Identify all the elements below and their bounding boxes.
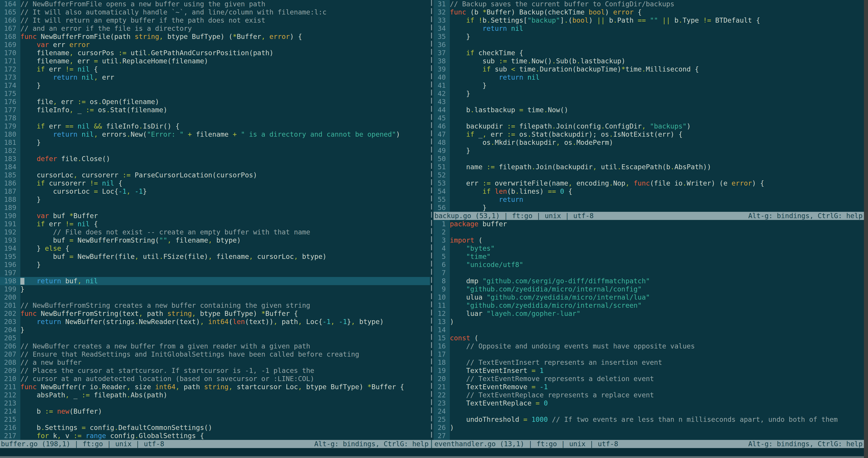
code-line[interactable]: 54 if len(b.lines) == 0 { (434, 188, 864, 196)
code-line[interactable]: 4 "bytes" (434, 245, 864, 253)
code-line[interactable]: 213 (0, 399, 430, 407)
code-text[interactable] (450, 432, 864, 440)
code-text[interactable]: // File does not exist -- create an empt… (20, 228, 430, 236)
code-text[interactable]: TextEventInsert = 1 (450, 367, 864, 375)
code-line[interactable]: 187 cursorLoc = Loc{-1, -1} (0, 188, 430, 196)
code-text[interactable]: absPath, _ := filepath.Abs(path) (20, 391, 430, 399)
code-text[interactable] (450, 41, 864, 49)
code-text[interactable]: // a new buffer (20, 359, 430, 367)
code-text[interactable]: return nil, err (20, 73, 430, 82)
code-text[interactable]: // Ensure that ReadSettings and InitGlob… (20, 350, 430, 359)
code-text[interactable]: ) (450, 318, 864, 326)
code-text[interactable]: "github.com/zyedidia/micro/internal/conf… (450, 285, 864, 293)
code-text[interactable] (20, 334, 430, 342)
code-line[interactable]: 174 } (0, 82, 430, 90)
code-text[interactable] (20, 269, 430, 277)
code-text[interactable]: // It will return an empty buffer if the… (20, 16, 430, 24)
code-line[interactable]: 202func NewBufferFromString(text, path s… (0, 310, 430, 318)
code-line[interactable]: 165// It will also automatically handle … (0, 8, 430, 16)
editor-pane-buffer-go[interactable]: 164// NewBufferFromFile opens a new buff… (0, 0, 430, 440)
code-text[interactable] (450, 228, 864, 236)
code-text[interactable]: // Places the cursor at startcursor. If … (20, 367, 430, 375)
code-line[interactable]: 55 return (434, 196, 864, 204)
code-line[interactable]: 217 for k, v := range config.GlobalSetti… (0, 432, 430, 440)
code-text[interactable]: } (450, 90, 864, 98)
code-text[interactable]: defer file.Close() (20, 155, 430, 163)
code-line[interactable]: 19 TextEventInsert = 1 (434, 367, 864, 375)
code-line[interactable]: 32func (b *Buffer) Backup(checkTime bool… (434, 8, 864, 16)
code-text[interactable]: dmp "github.com/sergi/go-diff/diffmatchp… (450, 277, 864, 285)
code-line[interactable]: 44 b.lastbackup = time.Now() (434, 106, 864, 114)
code-line[interactable]: 27 (434, 432, 864, 440)
code-line[interactable]: 20 // TextEventRemove represents a delet… (434, 375, 864, 383)
code-line[interactable]: 17 (434, 350, 864, 359)
code-line[interactable]: 173 return nil, err (0, 73, 430, 82)
code-text[interactable]: } (20, 326, 430, 334)
code-line[interactable]: 31// Backup saves the current buffer to … (434, 0, 864, 8)
code-text[interactable]: // and an error if the file is a directo… (20, 24, 430, 33)
code-text[interactable]: if err != nil { (20, 220, 430, 228)
code-text[interactable]: } (450, 147, 864, 155)
code-text[interactable]: fileInfo, _ := os.Stat(filename) (20, 106, 430, 114)
code-text[interactable]: return NewBuffer(strings.NewReader(text)… (20, 318, 430, 326)
code-line[interactable]: 209// Places the cursor at startcursor. … (0, 367, 430, 375)
code-line[interactable]: 34 return nil (434, 24, 864, 33)
code-text[interactable] (20, 114, 430, 122)
code-text[interactable]: // NewBuffer creates a new buffer from a… (20, 342, 430, 350)
code-text[interactable] (450, 407, 864, 416)
code-text[interactable]: } (20, 285, 430, 293)
code-text[interactable]: luar "layeh.com/gopher-luar" (450, 310, 864, 318)
code-line[interactable]: 186 if cursorerr != nil { (0, 179, 430, 188)
code-text[interactable] (450, 171, 864, 179)
code-text[interactable]: var err error (20, 41, 430, 49)
code-line[interactable]: 192 // File does not exist -- create an … (0, 228, 430, 236)
code-text[interactable]: } (20, 261, 430, 269)
code-line[interactable]: 184 (0, 163, 430, 171)
code-text[interactable] (450, 155, 864, 163)
code-line[interactable]: 179 if err == nil && fileInfo.IsDir() { (0, 122, 430, 130)
code-line[interactable]: 42 } (434, 90, 864, 98)
code-text[interactable] (450, 350, 864, 359)
code-text[interactable]: TextEventReplace = 0 (450, 399, 864, 407)
code-line[interactable]: 22 // TextEventReplace represents a repl… (434, 391, 864, 399)
code-line[interactable]: 204} (0, 326, 430, 334)
code-text[interactable]: return nil, errors.New("Error: " + filen… (20, 130, 430, 139)
code-text[interactable]: for k, v := range config.GlobalSettings … (20, 432, 430, 440)
code-text[interactable]: const ( (450, 334, 864, 342)
code-line[interactable]: 21 TextEventRemove = -1 (434, 383, 864, 391)
code-line[interactable]: 181 } (0, 139, 430, 147)
code-line[interactable]: 212 absPath, _ := filepath.Abs(path) (0, 391, 430, 399)
code-line[interactable]: 189 (0, 204, 430, 212)
code-text[interactable] (20, 416, 430, 424)
code-text[interactable]: } (450, 204, 864, 212)
code-text[interactable] (450, 326, 864, 334)
code-line[interactable]: 177 fileInfo, _ := os.Stat(filename) (0, 106, 430, 114)
code-text[interactable] (20, 90, 430, 98)
code-line[interactable]: 170 filename, cursorPos := util.GetPathA… (0, 49, 430, 57)
code-line[interactable]: 176 file, err := os.Open(filename) (0, 98, 430, 106)
code-text[interactable]: "time" (450, 253, 864, 261)
code-text[interactable]: buf = NewBufferFromString("", filename, … (20, 236, 430, 245)
code-line[interactable]: 18 // TextEventInsert represents an inse… (434, 359, 864, 367)
code-line[interactable]: 36 (434, 41, 864, 49)
code-text[interactable]: func (b *Buffer) Backup(checkTime bool) … (450, 8, 864, 16)
editor-pane-backup-go[interactable]: 31// Backup saves the current buffer to … (434, 0, 864, 212)
code-line[interactable]: 24 (434, 407, 864, 416)
code-text[interactable] (450, 114, 864, 122)
code-text[interactable]: import ( (450, 236, 864, 245)
code-line[interactable]: 45 (434, 114, 864, 122)
code-text[interactable]: err := overwriteFile(name, encoding.Nop,… (450, 179, 864, 188)
code-text[interactable] (20, 163, 430, 171)
code-text[interactable]: } (20, 82, 430, 90)
code-text[interactable]: } (20, 139, 430, 147)
command-line[interactable] (0, 448, 864, 456)
code-text[interactable]: if err != nil { (20, 65, 430, 73)
code-line[interactable]: 6 "unicode/utf8" (434, 261, 864, 269)
code-text[interactable]: func NewBufferFromString(text, path stri… (20, 310, 430, 318)
code-text[interactable]: if cursorerr != nil { (20, 179, 430, 188)
code-text[interactable]: } else { (20, 245, 430, 253)
code-line[interactable]: 171 filename, err = util.ReplaceHome(fil… (0, 57, 430, 65)
code-line[interactable]: 215 (0, 416, 430, 424)
code-text[interactable] (20, 147, 430, 155)
code-line[interactable]: 11 "github.com/zyedidia/micro/internal/s… (434, 302, 864, 310)
